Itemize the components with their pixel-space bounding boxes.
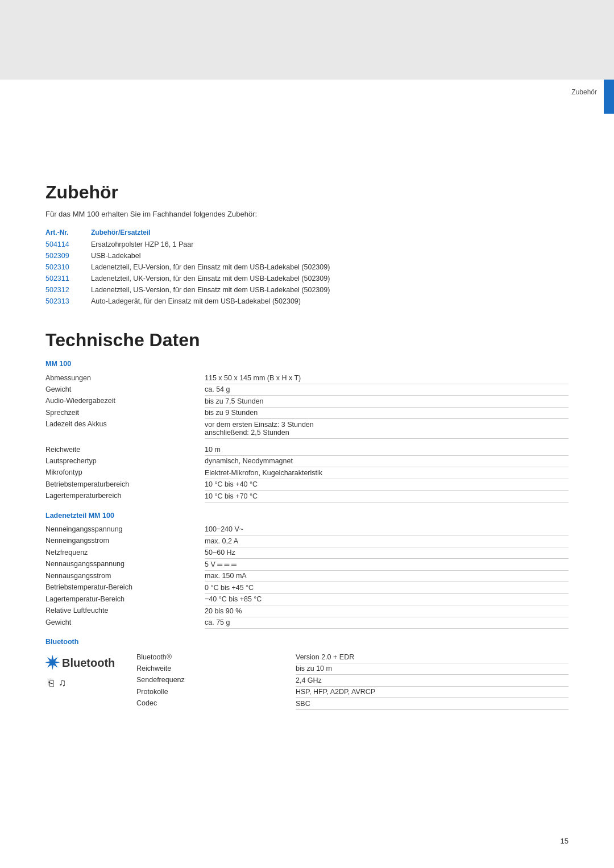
value-cell: 2,4 GHz <box>296 675 569 687</box>
bluetooth-symbol-icon: ✷ <box>45 654 59 672</box>
table-row: Relative Luftfeuchte20 bis 90 % <box>45 605 569 617</box>
label-cell: Lautsprechertyp <box>45 455 205 467</box>
bluetooth-section: ✷ Bluetooth ⎗ ♫ Bluetooth®Version 2.0 + … <box>45 651 569 719</box>
value-cell: 10 °C bis +40 °C <box>205 479 569 491</box>
table-row <box>45 438 569 444</box>
label-cell: Audio-Wiedergabezeit <box>45 396 205 408</box>
art-nr-cell: 502313 <box>45 296 91 307</box>
table-row: Nennausgangsstrommax. 150 mA <box>45 570 569 582</box>
table-row: Lagertemperatur-Bereich−40 °C bis +85 °C <box>45 593 569 605</box>
label-cell: Nennausgangsstrom <box>45 570 205 582</box>
art-nr-cell: 502310 <box>45 261 91 273</box>
list-item: 502313Auto-Ladegerät, für den Einsatz mi… <box>45 296 569 307</box>
page-container: Zubehör Zubehör Für das MM 100 erhalten … <box>0 0 614 868</box>
value-cell: 5 V ═ ═ ═ <box>205 559 569 571</box>
table-row: MikrofontypElektret-Mikrofon, Kugelchara… <box>45 467 569 479</box>
value-cell: 20 bis 90 % <box>205 605 569 617</box>
label-cell: Ladezeit des Akkus <box>45 419 205 439</box>
value-cell: 115 x 50 x 145 mm (B x H x T) <box>205 372 569 384</box>
value-cell: Elektret-Mikrofon, Kugelcharakteristik <box>205 467 569 479</box>
label-cell: Protokolle <box>136 686 296 698</box>
label-cell: Sendefrequenz <box>136 675 296 687</box>
zubehor-subtitle: Für das MM 100 erhalten Sie im Fachhande… <box>45 210 569 218</box>
description-cell: Auto-Ladegerät, für den Einsatz mit dem … <box>91 296 569 307</box>
table-row: Bluetooth®Version 2.0 + EDR <box>136 651 569 663</box>
value-cell: bis zu 9 Stunden <box>205 407 569 419</box>
value-cell: vor dem ersten Einsatz: 3 Stunden anschl… <box>205 419 569 439</box>
bluetooth-section-label: Bluetooth <box>45 638 569 646</box>
value-cell: 100−240 V~ <box>205 524 569 535</box>
music-note-icon: ♫ <box>59 677 67 689</box>
label-cell: Bluetooth® <box>136 651 296 663</box>
label-cell: Nennausgangsspannung <box>45 559 205 571</box>
blue-accent-bar <box>604 80 614 114</box>
value-cell: 10 m <box>205 444 569 455</box>
mm100-label: MM 100 <box>45 360 569 368</box>
list-item: 502310Ladenetzteil, EU-Version, für den … <box>45 261 569 273</box>
bluetooth-data-area: Bluetooth®Version 2.0 + EDRReichweitebis… <box>136 651 569 719</box>
label-cell: Netzfrequenz <box>45 547 205 559</box>
value-cell: max. 150 mA <box>205 570 569 582</box>
table-row: Nennausgangsspannung5 V ═ ═ ═ <box>45 559 569 571</box>
label-cell: Sprechzeit <box>45 407 205 419</box>
label-cell: Betriebstemperaturbereich <box>45 479 205 491</box>
list-item: 502309USB-Ladekabel <box>45 250 569 261</box>
value-cell: 50−60 Hz <box>205 547 569 559</box>
value-cell: SBC <box>296 698 569 710</box>
bluetooth-device-icons: ⎗ ♫ <box>48 677 67 689</box>
content-area: Zubehör Für das MM 100 erhalten Sie im F… <box>0 159 614 770</box>
top-bar <box>0 0 614 80</box>
table-row: Lautsprechertypdynamisch, Neodymmagnet <box>45 455 569 467</box>
bluetooth-wordmark: Bluetooth <box>62 657 115 670</box>
table-row: Betriebstemperaturbereich10 °C bis +40 °… <box>45 479 569 491</box>
table-row: CodecSBC <box>136 698 569 710</box>
description-cell: Ladenetzteil, UK-Version, für den Einsat… <box>91 273 569 284</box>
value-cell: Version 2.0 + EDR <box>296 651 569 663</box>
label-cell: Lagertemperatur-Bereich <box>45 593 205 605</box>
table-row: Gewichtca. 75 g <box>45 617 569 629</box>
section-tech: Technische Daten MM 100 Abmessungen115 x… <box>45 330 569 719</box>
label-cell: Lagertemperaturbereich <box>45 491 205 502</box>
value-cell: max. 0,2 A <box>205 535 569 547</box>
bluetooth-logo-area: ✷ Bluetooth ⎗ ♫ <box>45 651 136 689</box>
label-cell: Codec <box>136 698 296 710</box>
list-item: 502312Ladenetzteil, US-Version, für den … <box>45 284 569 296</box>
table-row: Sendefrequenz2,4 GHz <box>136 675 569 687</box>
bluetooth-table: Bluetooth®Version 2.0 + EDRReichweitebis… <box>136 651 569 710</box>
value-cell: dynamisch, Neodymmagnet <box>205 455 569 467</box>
col-art-nr: Art.-Nr. <box>45 226 91 239</box>
table-row: Nenneingangsstrommax. 0,2 A <box>45 535 569 547</box>
description-cell: Ladenetzteil, EU-Version, für den Einsat… <box>91 261 569 273</box>
description-cell: Ersatzohrpolster HZP 16, 1 Paar <box>91 239 569 250</box>
table-row: Nenneingangsspannung100−240 V~ <box>45 524 569 535</box>
page-header-label: Zubehör <box>571 88 597 96</box>
value-cell: −40 °C bis +85 °C <box>205 593 569 605</box>
value-cell: 10 °C bis +70 °C <box>205 491 569 502</box>
description-cell: USB-Ladekabel <box>91 250 569 261</box>
mm100-table: Abmessungen115 x 50 x 145 mm (B x H x T)… <box>45 372 569 502</box>
accessories-table: Art.-Nr. Zubehör/Ersatzteil 504114Ersatz… <box>45 226 569 307</box>
label-cell: Gewicht <box>45 384 205 396</box>
value-cell: bis zu 7,5 Stunden <box>205 396 569 408</box>
list-item: 504114Ersatzohrpolster HZP 16, 1 Paar <box>45 239 569 250</box>
list-item: 502311Ladenetzteil, UK-Version, für den … <box>45 273 569 284</box>
label-cell: Relative Luftfeuchte <box>45 605 205 617</box>
value-cell: ca. 75 g <box>205 617 569 629</box>
section-zubehor: Zubehör Für das MM 100 erhalten Sie im F… <box>45 182 569 307</box>
table-row: Abmessungen115 x 50 x 145 mm (B x H x T) <box>45 372 569 384</box>
page-number: 15 <box>561 837 569 845</box>
value-cell: HSP, HFP, A2DP, AVRCP <box>296 686 569 698</box>
value-cell: bis zu 10 m <box>296 663 569 675</box>
table-row: ProtokolleHSP, HFP, A2DP, AVRCP <box>136 686 569 698</box>
art-nr-cell: 504114 <box>45 239 91 250</box>
table-row: Gewichtca. 54 g <box>45 384 569 396</box>
label-cell: Abmessungen <box>45 372 205 384</box>
value-cell: ca. 54 g <box>205 384 569 396</box>
label-cell: Reichweite <box>136 663 296 675</box>
ladenetzteil-table: Nenneingangsspannung100−240 V~Nenneingan… <box>45 524 569 629</box>
label-cell: Nenneingangsspannung <box>45 524 205 535</box>
label-cell: Gewicht <box>45 617 205 629</box>
description-cell: Ladenetzteil, US-Version, für den Einsat… <box>91 284 569 296</box>
table-row: Betriebstemperatur-Bereich0 °C bis +45 °… <box>45 582 569 594</box>
art-nr-cell: 502309 <box>45 250 91 261</box>
